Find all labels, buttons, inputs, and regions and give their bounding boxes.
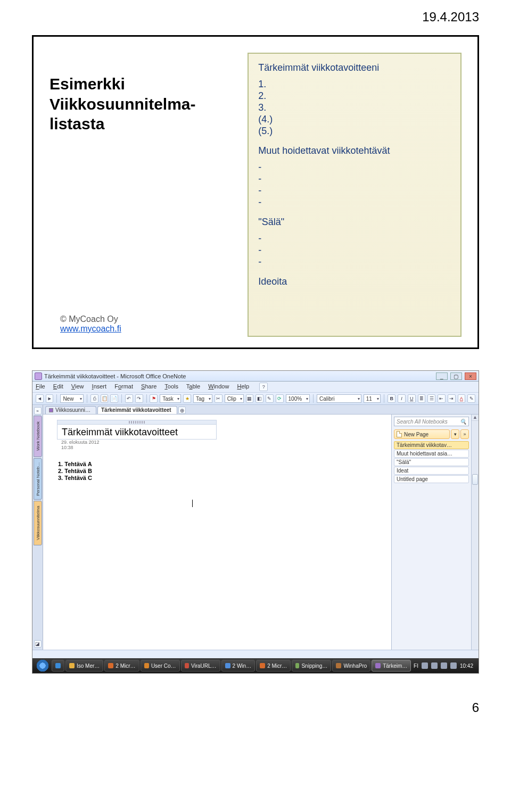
menu-window[interactable]: Window [208, 383, 229, 390]
unfiled-notes-icon[interactable]: ◪ [34, 640, 42, 648]
taskbar-app-7[interactable]: Snipping… [292, 660, 331, 672]
draw-icon[interactable]: ✎ [266, 394, 274, 403]
expand-rail-button[interactable]: » [34, 407, 42, 415]
help-icon[interactable]: ? [259, 383, 268, 391]
tag-button[interactable]: Tag [193, 394, 212, 403]
tray-icon[interactable] [441, 662, 447, 669]
scroll-up-icon[interactable]: ▲ [472, 415, 479, 421]
new-button[interactable]: New [60, 394, 84, 403]
taskbar-app-3[interactable]: User Co… [141, 660, 180, 672]
taskbar-app-ie[interactable] [52, 660, 64, 672]
page-item-4[interactable]: Ideat [394, 467, 469, 475]
menu-help[interactable]: Help [237, 383, 249, 390]
undo-icon[interactable]: ↶ [125, 394, 133, 403]
clipboard-icon[interactable]: 📋 [101, 394, 109, 403]
menu-file[interactable]: FFileile [36, 383, 45, 390]
notebook-tab-personal[interactable]: Personal Noteb… [34, 458, 42, 500]
task-button[interactable]: Task [160, 394, 181, 403]
slide1-footer: © MyCoach Oy www.mycoach.fi [60, 314, 121, 334]
table-icon[interactable]: ▦ [246, 394, 254, 403]
insert-icon[interactable]: ◧ [256, 394, 263, 403]
clip-button[interactable]: Clip [225, 394, 244, 403]
page-item-2[interactable]: Muut hoidettavat asia… [394, 450, 469, 458]
volume-icon[interactable] [450, 662, 457, 669]
notebook-tab-work[interactable]: Work Notebook [34, 416, 42, 457]
tray-icon[interactable] [431, 662, 438, 669]
tray-icon[interactable] [422, 662, 428, 669]
taskbar-app-6[interactable]: 2 Micr… [256, 660, 291, 672]
vertical-scrollbar[interactable]: ▲ [471, 415, 479, 650]
taskbar-app-4[interactable]: ViraURL… [181, 660, 220, 672]
start-button[interactable] [35, 660, 51, 672]
fwd-button[interactable]: ► [46, 394, 54, 403]
copyright-link[interactable]: www.mycoach.fi [60, 324, 121, 333]
redo-icon[interactable]: ↷ [135, 394, 143, 403]
menu-format[interactable]: Format [114, 383, 133, 390]
page-item-5[interactable]: Untitled page [394, 475, 469, 483]
italic-button[interactable]: I [398, 394, 406, 403]
separator [146, 394, 147, 403]
note-time: 10:38 [57, 445, 385, 453]
outdent-icon[interactable]: ⇤ [438, 394, 446, 403]
notebook-tab-viikko[interactable]: Viikkosuunnitelma [34, 501, 42, 545]
goal-2: 2. [258, 90, 451, 102]
menu-insert[interactable]: Insert [92, 383, 107, 390]
sala-3: - [258, 256, 451, 268]
menu-edit[interactable]: Edit [53, 383, 63, 390]
highlight-icon[interactable]: ✎ [467, 394, 475, 403]
bullets-icon[interactable]: ≣ [418, 394, 426, 403]
section-tab-1[interactable]: Viikkosuunni… [45, 406, 96, 414]
fontcolor-icon[interactable]: A [458, 394, 466, 403]
clock[interactable]: 10:42 [460, 663, 473, 669]
taskbar-app-1[interactable]: Iso Mer… [65, 660, 103, 672]
indent-icon[interactable]: ⇥ [448, 394, 456, 403]
flag-icon[interactable]: ⚑ [150, 394, 158, 403]
star-icon[interactable]: ★ [183, 394, 191, 403]
scissors-icon[interactable]: ✂ [215, 394, 222, 403]
paste-icon[interactable]: 📄 [110, 394, 118, 403]
section-tab-2[interactable]: Tärkeimmät viikkotavoitteet [97, 406, 177, 414]
bold-button[interactable]: B [388, 394, 395, 403]
numbering-icon[interactable]: ☰ [427, 394, 435, 403]
onenote-body: » Work Notebook Personal Noteb… Viikkosu… [32, 405, 479, 650]
slide1-title-l2: Viikkosuunnitelma- [50, 94, 235, 114]
new-page-more[interactable]: » [460, 429, 469, 439]
task-row-3: 3. Tehtävä C [58, 475, 385, 481]
zoom-combo[interactable]: 100% [286, 394, 310, 403]
menu-tools[interactable]: Tools [164, 383, 178, 390]
new-page-dropdown[interactable]: ▾ [451, 429, 459, 439]
minimize-button[interactable]: _ [436, 372, 448, 380]
task-1: - [258, 162, 451, 173]
menu-view[interactable]: View [71, 383, 84, 390]
underline-button[interactable]: U [408, 394, 416, 403]
goal-5: (5.) [258, 126, 451, 137]
container-grip-icon[interactable] [57, 420, 216, 425]
language-indicator[interactable]: FI [414, 663, 418, 669]
menu-table[interactable]: Table [186, 383, 200, 390]
search-input[interactable]: Search All Notebooks 🔍 [394, 417, 469, 426]
new-page-button[interactable]: New Page [394, 429, 450, 439]
task-2: - [258, 173, 451, 185]
scroll-thumb[interactable] [472, 474, 478, 485]
taskbar-app-onenote[interactable]: Tärkeim… [372, 660, 411, 672]
taskbar-app-8[interactable]: WinhaPro [332, 660, 370, 672]
taskbar-app-2[interactable]: 2 Micr… [104, 660, 139, 672]
note-title-container[interactable]: Tärkeimmät viikkotavoitteet [57, 420, 217, 440]
close-button[interactable]: × [465, 372, 476, 380]
page-item-1[interactable]: Tärkeimmät viikkotav… [394, 441, 469, 449]
add-section-button[interactable]: ⊕ [178, 407, 186, 414]
menu-share[interactable]: Share [141, 383, 156, 390]
page-surface[interactable]: Tärkeimmät viikkotavoitteet 29. elokuuta… [43, 415, 391, 650]
maximize-button[interactable]: ▢ [450, 372, 462, 380]
back-button[interactable]: ◄ [36, 394, 44, 403]
taskbar-app-5[interactable]: 2 Win… [221, 660, 256, 672]
refresh-icon[interactable]: ⟳ [276, 394, 284, 403]
task-row-2: 2. Tehtävä B [58, 468, 385, 474]
font-combo[interactable]: Calibri [317, 394, 361, 403]
note-title[interactable]: Tärkeimmät viikkotavoitteet [57, 425, 216, 439]
slide1-title: Esimerkki Viikkosuunnitelma- listasta [50, 74, 235, 134]
note-tasks[interactable]: 1. Tehtävä A 2. Tehtävä B 3. Tehtävä C [57, 461, 385, 481]
page-item-3[interactable]: "Sälä" [394, 458, 469, 466]
fontsize-combo[interactable]: 11 [364, 394, 381, 403]
print-icon[interactable]: ⎙ [90, 394, 98, 403]
